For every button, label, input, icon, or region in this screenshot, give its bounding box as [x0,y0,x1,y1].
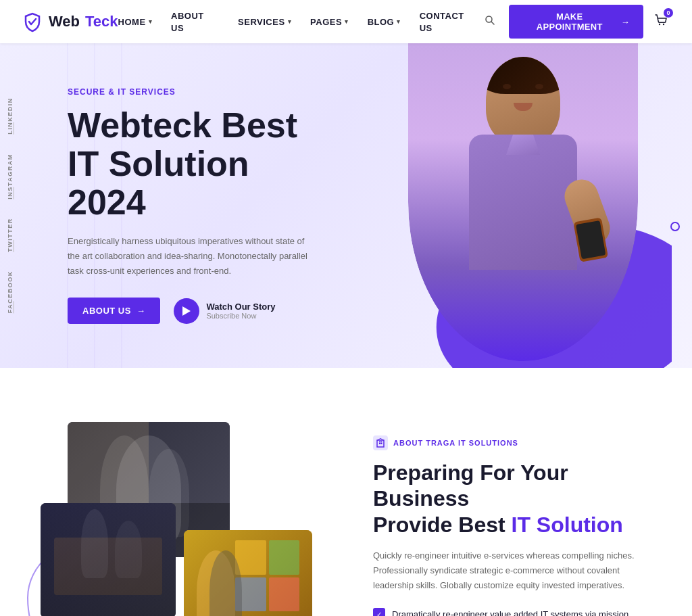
hero-tag: SECURE & IT SERVICES [68,87,324,97]
about-section: ABOUT TRAGA IT SOLUTIONS Preparing For Y… [0,368,692,616]
play-button[interactable] [174,298,199,324]
hero-actions: ABOUT US → Watch Our Story Subscribe Now [68,298,324,324]
nav-contact[interactable]: CONTACT US [420,11,464,33]
hero-description: Energistically harness ubiquitous impera… [68,234,311,279]
appointment-label: MAKE APPOINTMENT [522,11,617,32]
about-title-line1: Preparing For Your Business [373,460,568,511]
building-icon [376,438,385,448]
hero-small-circle [670,222,680,231]
logo[interactable]: WebTeck [22,11,118,32]
logo-teck: Teck [85,13,118,30]
hero-title-line1: Webteck Best [68,105,297,145]
svg-rect-12 [379,442,380,443]
svg-marker-7 [182,306,191,316]
hero-image-area [365,43,692,368]
nav-home[interactable]: HOME▾ [118,17,153,27]
svg-line-1 [491,22,494,24]
social-facebook[interactable]: FACEBOOK [0,262,21,323]
cart-button[interactable]: 0 [651,11,670,33]
about-content: ABOUT TRAGA IT SOLUTIONS Preparing For Y… [373,422,651,616]
hero-title-line2: IT Solution 2024 [68,144,249,222]
hero-person-image [408,43,638,361]
hero-content: SECURE & IT SERVICES Webteck Best IT Sol… [0,47,365,365]
logo-icon [22,11,43,32]
search-button[interactable] [479,12,501,31]
nav-actions: MAKE APPOINTMENT → 0 [479,5,670,39]
feature-list: ✓ Dramatically re-engineer value added I… [373,608,651,616]
svg-rect-10 [379,443,380,444]
social-linkedin[interactable]: LINKEDIN [0,88,21,144]
about-image-secondary [41,503,176,616]
nav-services[interactable]: SERVICES▾ [238,17,291,27]
nav-blog[interactable]: BLOG▾ [368,17,401,27]
check-icon-1: ✓ [373,608,385,616]
hero-about-button[interactable]: ABOUT US → [68,298,160,324]
about-tag-label: ABOUT TRAGA IT SOLUTIONS [393,439,518,447]
social-instagram[interactable]: INSTAGRAM [0,144,21,208]
nav-pages[interactable]: PAGES▾ [310,17,349,27]
arrow-icon: → [621,17,630,27]
about-title-line2-highlight: IT Solution [512,513,623,537]
social-sidebar: LINKEDIN INSTAGRAM TWITTER FACEBOOK [0,88,21,323]
hero-about-label: ABOUT US [82,306,131,316]
social-twitter[interactable]: TWITTER [0,208,21,262]
svg-point-2 [659,23,660,24]
watch-sub: Subscribe Now [206,312,275,320]
search-icon [485,15,495,26]
svg-point-3 [663,23,664,24]
svg-rect-13 [381,442,382,443]
watch-title: Watch Our Story [206,302,275,312]
about-description: Quickly re-engineer intuitive e-services… [373,548,643,593]
hero-about-arrow: → [137,306,146,316]
appointment-button[interactable]: MAKE APPOINTMENT → [509,5,643,39]
nav-links: HOME▾ ABOUT US SERVICES▾ PAGES▾ BLOG▾ CO… [118,9,479,34]
watch-story[interactable]: Watch Our Story Subscribe Now [174,298,275,324]
about-image-tertiary [184,530,312,616]
about-title-line2-normal: Provide Best [373,513,505,537]
svg-rect-11 [381,443,382,444]
cart-count: 0 [664,8,673,18]
about-tag: ABOUT TRAGA IT SOLUTIONS [373,435,651,450]
logo-web: Web [49,13,80,30]
nav-about[interactable]: ABOUT US [171,11,204,33]
play-icon [182,306,191,316]
about-tag-icon [373,435,388,450]
navbar: WebTeck HOME▾ ABOUT US SERVICES▾ PAGES▾ … [0,0,692,43]
hero-title: Webteck Best IT Solution 2024 [68,106,324,222]
feature-item-1: ✓ Dramatically re-engineer value added I… [373,608,651,616]
hero-section: LINKEDIN INSTAGRAM TWITTER FACEBOOK SECU… [0,43,692,368]
about-images-grid [41,422,319,616]
about-title: Preparing For Your Business Provide Best… [373,460,651,538]
